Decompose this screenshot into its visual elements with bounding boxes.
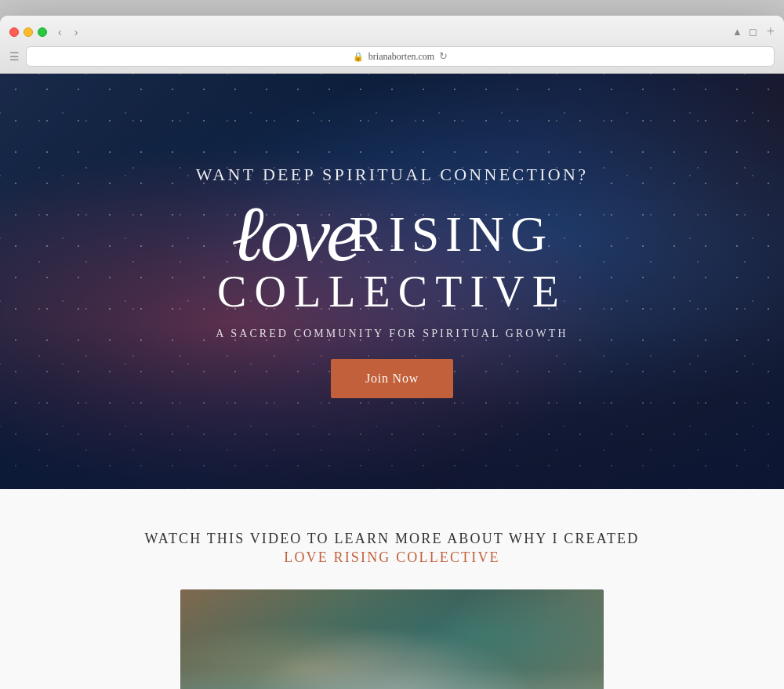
video-intro-line2: Love Rising Collective xyxy=(145,549,640,566)
forward-button[interactable]: › xyxy=(70,24,83,40)
new-tab-button[interactable]: + xyxy=(767,24,775,40)
browser-window: ‹ › ▲ ◻ + ☰ 🔒 brianaborten.com ↻ xyxy=(0,16,784,689)
hero-logo: ℓove RISING COLLECTIVE xyxy=(217,199,567,314)
url-text: brianaborten.com xyxy=(368,51,434,63)
close-button[interactable] xyxy=(9,27,19,37)
address-bar[interactable]: 🔒 brianaborten.com ↻ xyxy=(26,46,775,67)
hero-section: Want Deep Spiritual Connection? ℓove RIS… xyxy=(0,74,784,489)
window-controls-right: ▲ ◻ + xyxy=(732,24,775,40)
join-now-button[interactable]: Join Now xyxy=(331,359,453,398)
minimize-button[interactable] xyxy=(24,27,33,37)
below-hero-section: Watch this video to Learn more about why… xyxy=(0,489,784,689)
website-content: Want Deep Spiritual Connection? ℓove RIS… xyxy=(0,74,784,689)
video-thumbnail[interactable] xyxy=(180,589,604,689)
logo-love-text: ℓove xyxy=(231,199,357,270)
sidebar-toggle-icon: ☰ xyxy=(9,50,20,63)
browser-chrome: ‹ › ▲ ◻ + ☰ 🔒 brianaborten.com ↻ xyxy=(0,16,784,74)
hero-subtitle: A Sacred Community for Spiritual Growth xyxy=(216,328,568,340)
logo-top-row: ℓove RISING xyxy=(231,199,553,270)
lock-icon: 🔒 xyxy=(353,52,364,62)
hero-tagline: Want Deep Spiritual Connection? xyxy=(196,165,589,185)
tab-icon: ◻ xyxy=(749,26,757,38)
refresh-icon: ↻ xyxy=(439,50,448,63)
maximize-button[interactable] xyxy=(38,27,47,37)
share-icon: ▲ xyxy=(732,26,742,38)
hero-content: Want Deep Spiritual Connection? ℓove RIS… xyxy=(196,165,589,398)
traffic-lights xyxy=(9,27,47,37)
back-button[interactable]: ‹ xyxy=(53,24,67,40)
logo-rising-text: RISING xyxy=(349,209,552,259)
video-section-title: Watch this video to Learn more about why… xyxy=(145,528,640,566)
logo-collective-text: COLLECTIVE xyxy=(217,270,567,314)
nav-buttons: ‹ › xyxy=(53,24,82,40)
video-intro-line1: Watch this video to Learn more about why… xyxy=(145,528,640,549)
